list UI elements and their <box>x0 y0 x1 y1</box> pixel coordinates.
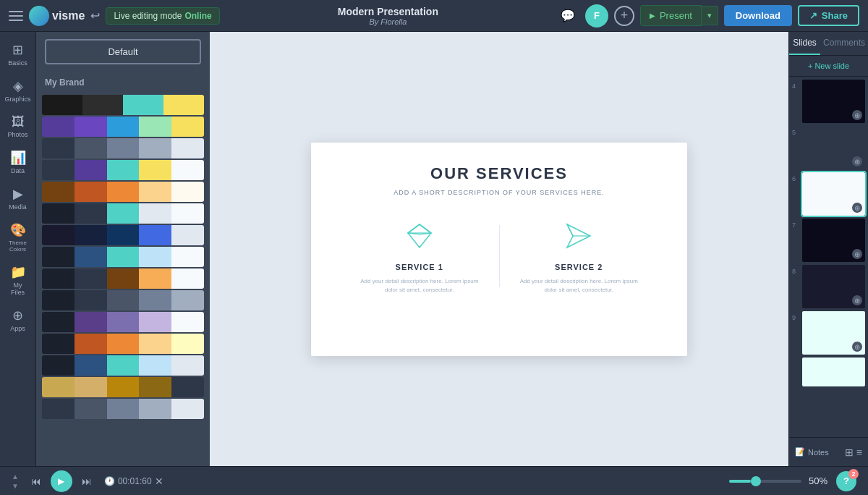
grid-layout-icon[interactable]: ⊞ <box>845 447 854 458</box>
color-swatch[interactable] <box>42 377 75 397</box>
tab-comments[interactable]: Comments <box>820 32 868 55</box>
color-swatch[interactable] <box>171 160 204 180</box>
color-swatch[interactable] <box>42 225 75 245</box>
color-swatch[interactable] <box>75 203 107 224</box>
canvas-area[interactable]: OUR SERVICES ADD A SHORT DESCRIPTION OF … <box>210 32 788 466</box>
color-swatch[interactable] <box>42 268 75 289</box>
palette-row-11[interactable] <box>42 334 204 354</box>
palette-row-3[interactable] <box>42 160 204 180</box>
palette-row-2[interactable] <box>42 138 204 158</box>
palette-row-4[interactable] <box>42 182 204 202</box>
color-swatch[interactable] <box>42 182 75 202</box>
slide-thumb-5[interactable]: 5 ⊕ <box>792 126 865 169</box>
menu-icon[interactable] <box>9 9 23 23</box>
slide-thumb-9[interactable]: 9 ⊕ <box>792 311 865 355</box>
toolbar-item-photos[interactable]: 🖼 Photos <box>1 110 35 143</box>
notes-button[interactable]: 📝 Notes <box>795 447 829 457</box>
add-collaborator-button[interactable]: + <box>614 6 634 26</box>
palette-row-13[interactable] <box>42 377 204 397</box>
color-swatch[interactable] <box>171 399 204 419</box>
undo-icon[interactable]: ↩ <box>90 9 100 22</box>
color-swatch[interactable] <box>75 160 107 180</box>
color-swatch[interactable] <box>75 247 107 267</box>
color-swatch[interactable] <box>139 290 171 310</box>
color-swatch[interactable] <box>75 225 107 245</box>
avatar[interactable]: F <box>585 4 608 28</box>
color-swatch[interactable] <box>171 203 204 224</box>
tab-slides[interactable]: Slides <box>789 32 820 55</box>
color-swatch[interactable] <box>42 290 75 310</box>
color-swatch[interactable] <box>75 377 107 397</box>
slide-thumb-7[interactable]: 7 ⊕ <box>792 219 865 262</box>
palette-row-6[interactable] <box>42 225 204 245</box>
help-button[interactable]: ? 2 <box>836 471 856 491</box>
toolbar-item-apps[interactable]: ⊕ Apps <box>1 303 35 337</box>
arrow-up[interactable]: ▲ <box>12 473 19 481</box>
play-button[interactable]: ▶ <box>51 470 72 492</box>
color-swatch[interactable] <box>139 225 171 245</box>
present-main-button[interactable]: ▶ Present <box>640 5 702 26</box>
slide-add-6[interactable]: ⊕ <box>852 203 862 213</box>
zoom-slider[interactable] <box>729 480 801 483</box>
comment-icon[interactable]: 💬 <box>556 4 579 28</box>
palette-row-9[interactable] <box>42 290 204 310</box>
palette-row-1[interactable] <box>42 117 204 137</box>
color-swatch[interactable] <box>139 312 171 332</box>
skip-forward-button[interactable]: ⏭ <box>78 473 95 490</box>
color-swatch[interactable] <box>42 160 75 180</box>
color-swatch[interactable] <box>42 95 82 115</box>
slide-thumb-4[interactable]: 4 ⊕ <box>792 80 865 123</box>
toolbar-item-basics[interactable]: ⊞ Basics <box>1 38 35 71</box>
toolbar-item-graphics[interactable]: ◈ Graphics <box>1 74 35 107</box>
color-swatch[interactable] <box>171 355 204 376</box>
color-swatch[interactable] <box>75 334 107 354</box>
color-swatch[interactable] <box>42 399 75 419</box>
color-swatch[interactable] <box>171 182 204 202</box>
color-swatch[interactable] <box>75 355 107 376</box>
palette-row-14[interactable] <box>42 399 204 419</box>
present-dropdown-button[interactable]: ▾ <box>702 6 718 25</box>
color-swatch[interactable] <box>139 399 171 419</box>
color-swatch[interactable] <box>171 312 204 332</box>
color-swatch[interactable] <box>139 334 171 354</box>
palette-row-12[interactable] <box>42 355 204 376</box>
color-swatch[interactable] <box>171 334 204 354</box>
color-swatch[interactable] <box>107 138 140 158</box>
color-swatch[interactable] <box>139 138 171 158</box>
color-swatch[interactable] <box>42 203 75 224</box>
color-swatch[interactable] <box>163 95 204 115</box>
slide-thumb-8[interactable]: 8 ⊕ <box>792 265 865 308</box>
color-swatch[interactable] <box>75 399 107 419</box>
color-swatch[interactable] <box>42 355 75 376</box>
color-swatch[interactable] <box>107 225 140 245</box>
slide-add-9[interactable]: ⊕ <box>852 342 862 352</box>
toolbar-item-my-files[interactable]: 📁 My Files <box>1 260 35 300</box>
toolbar-item-data[interactable]: 📊 Data <box>1 145 35 179</box>
palette-row-7[interactable] <box>42 247 204 267</box>
color-swatch[interactable] <box>171 268 204 289</box>
color-swatch[interactable] <box>42 247 75 267</box>
new-slide-button[interactable]: + New slide <box>789 56 868 77</box>
color-swatch[interactable] <box>107 247 140 267</box>
slide-add-5[interactable]: ⊕ <box>852 156 862 166</box>
color-swatch[interactable] <box>171 290 204 310</box>
toolbar-item-media[interactable]: ▶ Media <box>1 182 35 215</box>
color-swatch[interactable] <box>107 290 140 310</box>
color-swatch[interactable] <box>107 399 140 419</box>
slide-thumb-6[interactable]: 6 ⊕ <box>792 172 865 216</box>
color-swatch[interactable] <box>75 138 107 158</box>
color-swatch[interactable] <box>42 312 75 332</box>
color-swatch[interactable] <box>107 160 140 180</box>
color-swatch[interactable] <box>171 247 204 267</box>
color-swatch[interactable] <box>75 117 107 137</box>
color-swatch[interactable] <box>139 117 171 137</box>
color-swatch[interactable] <box>107 117 140 137</box>
color-swatch[interactable] <box>139 377 171 397</box>
color-swatch[interactable] <box>107 203 140 224</box>
slide-add-4[interactable]: ⊕ <box>852 110 862 120</box>
color-swatch[interactable] <box>171 377 204 397</box>
list-layout-icon[interactable]: ≡ <box>856 447 862 458</box>
color-swatch[interactable] <box>139 355 171 376</box>
color-swatch[interactable] <box>107 334 140 354</box>
slide-add-8[interactable]: ⊕ <box>852 295 862 305</box>
